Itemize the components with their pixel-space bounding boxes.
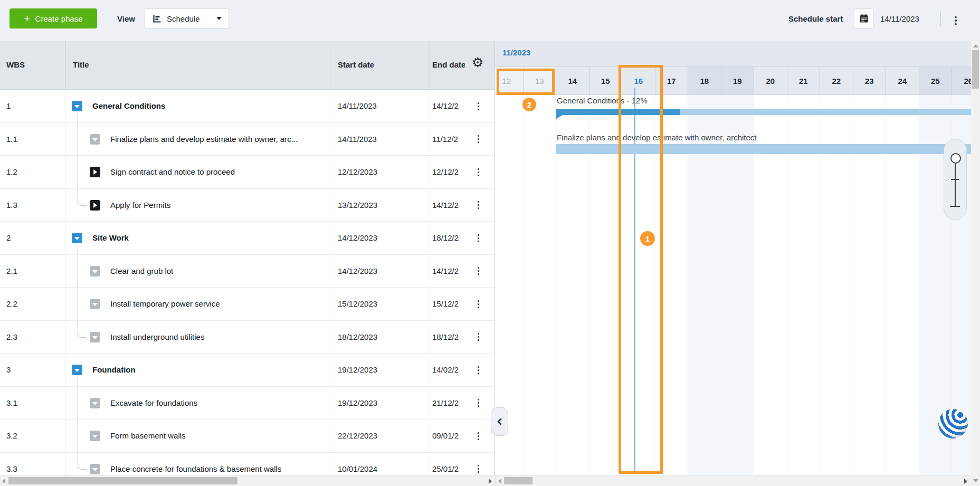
gantt-scroll-right-arrow[interactable]: [964, 479, 967, 484]
create-phase-label: Create phase: [35, 14, 83, 23]
task-chevron-icon[interactable]: [90, 299, 100, 309]
zoom-slider-thumb[interactable]: [950, 153, 961, 164]
scroll-up-arrow[interactable]: [973, 44, 978, 47]
row-menu-button[interactable]: [474, 98, 482, 114]
vendor-logo[interactable]: [938, 409, 968, 439]
task-chevron-icon[interactable]: [90, 398, 100, 408]
phase-expand-icon[interactable]: [72, 365, 82, 375]
row-menu-button[interactable]: [474, 296, 482, 312]
task-chevron-icon[interactable]: [90, 464, 100, 474]
start-date-cell: 22/12/2023: [338, 431, 377, 440]
annotation-box-2: [497, 69, 555, 95]
start-date-cell: 14/11/2023: [338, 101, 377, 110]
zoom-slider[interactable]: [944, 139, 967, 220]
day-cell-26[interactable]: 26: [952, 67, 971, 94]
column-title[interactable]: Title: [73, 60, 89, 69]
column-wbs[interactable]: WBS: [6, 60, 25, 69]
view-select[interactable]: Schedule: [145, 8, 229, 28]
gantt-scrollbar-thumb[interactable]: [504, 477, 532, 484]
task-play-icon[interactable]: [90, 167, 100, 177]
day-cell-25[interactable]: 25: [919, 67, 952, 94]
scroll-down-arrow[interactable]: [973, 479, 978, 482]
row-menu-button[interactable]: [474, 230, 482, 246]
row-menu-button[interactable]: [474, 428, 482, 444]
task-chevron-icon[interactable]: [90, 266, 100, 277]
task-chevron-icon[interactable]: [90, 332, 100, 342]
title-cell: Clear and grub lot: [110, 266, 427, 275]
table-horizontal-scrollbar[interactable]: [0, 475, 495, 486]
annotation-badge-1: 1: [640, 231, 655, 246]
table-row[interactable]: 3.2 Form basement walls 22/12/2023 09/01…: [0, 420, 495, 453]
column-end[interactable]: End date: [432, 60, 465, 69]
end-date-cell: 15/12/2: [432, 299, 470, 308]
title-cell: Install underground utilities: [110, 332, 427, 341]
table-row[interactable]: 2.1 Clear and grub lot 14/12/2023 14/12/…: [0, 255, 495, 288]
day-cell-22[interactable]: 22: [820, 67, 853, 94]
task-play-icon[interactable]: [90, 200, 100, 211]
phase-expand-icon[interactable]: [72, 101, 82, 111]
day-cell-18[interactable]: 18: [688, 67, 721, 94]
row-menu-button[interactable]: [474, 197, 482, 213]
end-date-cell: 18/12/2: [432, 332, 470, 341]
table-row[interactable]: 3.3 Place concrete for foundations & bas…: [0, 453, 495, 475]
gear-icon[interactable]: ⚙: [472, 56, 483, 69]
start-date-cell: 10/01/2024: [338, 464, 377, 473]
column-start[interactable]: Start date: [338, 60, 374, 69]
zoom-slider-endcap: [950, 206, 960, 207]
table-row[interactable]: 1.2 Sign contract and notice to proceed …: [0, 156, 495, 189]
scroll-right-arrow[interactable]: [489, 479, 492, 484]
phase-bar-endcap: [556, 115, 563, 119]
table-row[interactable]: 2.3 Install underground utilities 18/12/…: [0, 321, 495, 354]
vertical-scrollbar[interactable]: [971, 41, 980, 486]
end-date-cell: 11/12/2: [432, 135, 470, 144]
gantt-horizontal-scrollbar[interactable]: [495, 475, 971, 486]
gantt-chart: 11/2023 121314151617181920212223242526 G…: [495, 41, 971, 475]
end-date-cell: 25/01/2: [432, 464, 470, 473]
toolbar-menu-button[interactable]: [950, 13, 962, 28]
table-row[interactable]: 3 Foundation 19/12/2023 14/02/2: [0, 354, 495, 387]
scroll-left-arrow[interactable]: [2, 479, 5, 484]
view-select-value: Schedule: [167, 14, 200, 23]
day-cell-21[interactable]: 21: [787, 67, 820, 94]
day-cell-23[interactable]: 23: [853, 67, 886, 94]
row-menu-button[interactable]: [474, 395, 482, 411]
day-gridline: [523, 95, 524, 475]
day-cell-19[interactable]: 19: [721, 67, 754, 94]
row-menu-button[interactable]: [474, 329, 482, 345]
table-header: WBS Title Start date End date ⚙: [0, 41, 495, 90]
scrollbar-corner: [971, 475, 980, 486]
collapse-table-button[interactable]: [491, 407, 508, 436]
gantt-scroll-left-arrow[interactable]: [498, 479, 501, 484]
day-cell-20[interactable]: 20: [754, 67, 787, 94]
row-menu-button[interactable]: [474, 164, 482, 180]
day-cell-15[interactable]: 15: [589, 67, 622, 94]
zoom-slider-tick: [951, 179, 959, 180]
day-cell-24[interactable]: 24: [886, 67, 919, 94]
end-date-cell: 09/01/2: [432, 431, 470, 440]
title-cell: Finalize plans and develop estimate with…: [110, 135, 427, 144]
table-scrollbar-thumb[interactable]: [8, 477, 237, 484]
create-phase-button[interactable]: + Create phase: [9, 8, 97, 28]
start-date-cell: 19/12/2023: [338, 365, 377, 374]
phase-expand-icon[interactable]: [72, 233, 82, 243]
task-chevron-icon[interactable]: [90, 431, 100, 441]
calendar-button[interactable]: [854, 8, 874, 28]
wbs-cell: 3: [6, 365, 11, 374]
end-date-cell: 14/02/2: [432, 365, 470, 374]
plus-icon: +: [24, 13, 30, 24]
gantt-month-row: 11/2023: [495, 41, 971, 66]
task-chevron-icon[interactable]: [90, 134, 100, 145]
table-row[interactable]: 2.2 Install temporary power service 15/1…: [0, 288, 495, 321]
row-menu-button[interactable]: [474, 461, 482, 475]
zoom-slider-track: [955, 163, 956, 206]
row-menu-button[interactable]: [474, 263, 482, 279]
table-row[interactable]: 1.3 Apply for Permits 13/12/2023 14/12/2: [0, 189, 495, 222]
table-row[interactable]: 2 Site Work 14/12/2023 18/12/2: [0, 222, 495, 255]
vertical-scrollbar-thumb[interactable]: [972, 50, 979, 89]
table-row[interactable]: 1.1 Finalize plans and develop estimate …: [0, 123, 495, 156]
row-menu-button[interactable]: [474, 362, 482, 378]
row-menu-button[interactable]: [474, 131, 482, 147]
table-row[interactable]: 1 General Conditions 14/11/2023 14/12/2: [0, 90, 495, 123]
table-row[interactable]: 3.1 Excavate for foundations 19/12/2023 …: [0, 387, 495, 420]
day-cell-14[interactable]: 14: [556, 67, 589, 94]
